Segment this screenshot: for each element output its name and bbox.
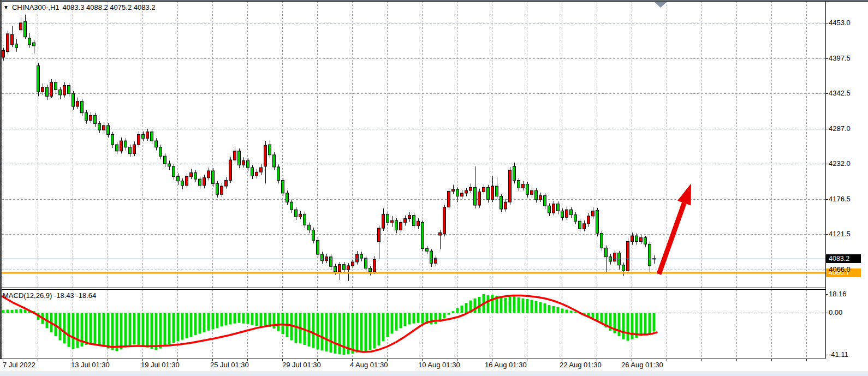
trend-arrow-head[interactable] [677, 183, 691, 205]
candle-body [635, 236, 638, 242]
chart-window: ▼ CHINA300-,H1 4083.3 4088.2 4075.2 4083… [0, 0, 868, 376]
candle-body [548, 206, 551, 213]
price-axis-label: 4232.0 [829, 159, 851, 168]
macd-histogram-bar [378, 313, 381, 345]
symbol-dropdown-icon[interactable]: ▼ [3, 5, 9, 10]
candle-body [421, 223, 424, 249]
candle-body [46, 87, 49, 96]
ohlc-readout: 4083.3 4088.2 4075.2 4083.2 [63, 3, 156, 11]
macd-histogram-bar [212, 313, 215, 329]
scroll-position-marker-icon[interactable] [655, 2, 667, 8]
macd-histogram-bar [338, 313, 341, 354]
candle-body [81, 102, 84, 113]
price-axis-label: 4121.5 [829, 230, 851, 238]
candle-body [391, 220, 394, 223]
candle-body [203, 178, 206, 186]
candle-body [395, 220, 398, 230]
candle-body [216, 183, 219, 194]
candle-body [7, 34, 9, 52]
candle-body [448, 191, 450, 207]
macd-histogram-bar [387, 313, 389, 337]
candle-body [321, 254, 324, 261]
macd-histogram-bar [369, 313, 372, 350]
candle-body [2, 50, 5, 57]
price-axis-label: 4287.0 [829, 124, 851, 133]
time-axis-label: 29 Jul 01:30 [282, 361, 321, 369]
macd-histogram-bar [531, 300, 533, 313]
macd-histogram-bar [247, 313, 249, 324]
macd-histogram-bar [448, 313, 450, 315]
trend-arrow-shaft[interactable] [659, 203, 684, 274]
candle-body [24, 22, 27, 37]
candle-body [207, 171, 210, 178]
candle-body [579, 221, 581, 229]
candle-body [299, 214, 302, 217]
macd-histogram-bar [548, 305, 551, 313]
price-axis-label: 4453.0 [829, 19, 851, 27]
last-price-badge: 4083.2 [826, 254, 861, 263]
candle-body [566, 210, 568, 217]
macd-histogram-bar [68, 313, 70, 347]
candle-body [68, 86, 70, 94]
macd-histogram-bar [20, 309, 22, 313]
macd-histogram-bar [260, 313, 263, 327]
candle-body [15, 44, 18, 48]
macd-histogram-bar [627, 313, 629, 341]
macd-histogram-bar [90, 313, 92, 344]
macd-histogram-bar [430, 313, 433, 325]
candle-body [242, 160, 245, 165]
macd-histogram-bar [199, 313, 201, 333]
candle-body [522, 184, 525, 188]
macd-histogram-bar [24, 309, 27, 313]
panel-separator[interactable] [2, 289, 825, 290]
candle-body [212, 171, 215, 183]
candle-body [269, 145, 271, 155]
macd-histogram-bar [76, 313, 79, 348]
candle-body [587, 216, 590, 224]
macd-histogram-bar [334, 313, 337, 354]
indicator-axis[interactable] [826, 290, 868, 359]
macd-axis-label: -41.11 [829, 350, 848, 359]
candle-body [251, 168, 254, 176]
candle-body [282, 181, 284, 193]
macd-histogram-bar [203, 313, 206, 332]
macd-histogram-bar [207, 313, 210, 331]
macd-histogram-bar [631, 313, 634, 339]
candle-body [439, 232, 442, 235]
macd-histogram-bar [321, 313, 324, 350]
candle-body [531, 190, 533, 194]
price-axis-label: 4176.5 [829, 195, 851, 203]
candle-body [496, 186, 498, 196]
candle-body [356, 254, 359, 262]
time-axis[interactable] [0, 359, 825, 372]
candle-body [478, 192, 481, 206]
macd-histogram-bar [365, 313, 367, 351]
candle-body [518, 181, 520, 188]
candle-body [417, 221, 420, 225]
macd-histogram-bar [443, 313, 446, 318]
candle-body [177, 177, 180, 181]
candle-body [295, 210, 298, 217]
candle-body [155, 141, 158, 147]
chart-left-border [0, 0, 2, 359]
candle-body [474, 187, 477, 205]
panel-separator[interactable] [2, 288, 825, 288]
macd-histogram-bar [317, 313, 319, 349]
candle-body [352, 262, 354, 266]
candle-body [343, 265, 346, 270]
candle-body [544, 196, 546, 206]
candle-body [238, 151, 241, 165]
candle-body [312, 230, 315, 241]
macd-histogram-bar [312, 313, 315, 348]
price-axis-label: 4397.5 [829, 54, 851, 62]
price-axis[interactable] [826, 1, 868, 288]
macd-histogram-bar [352, 313, 354, 354]
candle-body [247, 160, 249, 168]
candle-body [221, 186, 223, 194]
macd-histogram-bar [255, 313, 258, 326]
macd-histogram-bar [561, 309, 564, 313]
macd-histogram-bar [435, 313, 437, 324]
macd-histogram-bar [98, 313, 101, 345]
candle-body [640, 238, 643, 242]
chart-canvas[interactable] [0, 0, 868, 376]
